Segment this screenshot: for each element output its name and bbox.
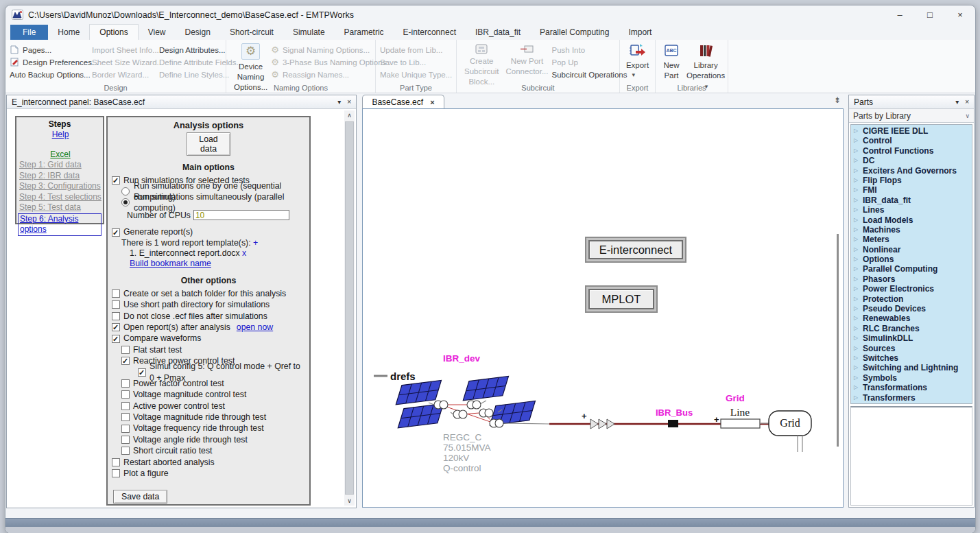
expander-icon[interactable]: ▷ <box>854 176 858 185</box>
expander-icon[interactable]: ▷ <box>854 126 858 136</box>
option-row[interactable]: Active power control test <box>121 401 305 412</box>
expander-icon[interactable]: ▷ <box>854 156 858 165</box>
sheet-size-wizard-button[interactable]: Sheet Size Wizard... <box>92 57 159 67</box>
parts-library-item[interactable]: ▷ Lines <box>851 205 972 215</box>
library-operations-button[interactable]: Library Operations ▾ <box>683 42 728 83</box>
open-now-link[interactable]: open now <box>237 322 273 333</box>
step-link[interactable]: Help <box>18 130 101 141</box>
parts-library-item[interactable]: ▷ Power Electronics <box>851 284 972 294</box>
arrow-device[interactable] <box>590 419 598 429</box>
parts-library-item[interactable]: ▷ Meters <box>851 235 972 244</box>
expander-icon[interactable]: ▷ <box>854 136 858 145</box>
new-port-connector-button[interactable]: New Port Connector... <box>503 42 552 83</box>
save-data-button[interactable]: Save data <box>113 490 167 504</box>
parts-library-item[interactable]: ▷ Load Models <box>851 215 972 225</box>
expander-icon[interactable]: ▷ <box>854 225 858 235</box>
create-subcircuit-block-button[interactable]: Create Subcircuit Block... <box>461 42 503 83</box>
option-row[interactable]: Simul config 5: Q control mode + Qref to… <box>138 367 305 378</box>
expander-icon[interactable]: ▷ <box>854 205 858 215</box>
parts-library-item[interactable]: ▷ SimulinkDLL <box>851 333 972 343</box>
panel-close-icon[interactable]: × <box>347 98 351 106</box>
save-to-lib-button[interactable]: Save to Lib... <box>380 57 452 67</box>
expander-icon[interactable]: ▷ <box>854 373 858 383</box>
panel-close-icon[interactable]: × <box>965 98 969 106</box>
parts-library-item[interactable]: ▷ Symbols <box>851 373 972 383</box>
auto-backup-options-button[interactable]: Auto Backup Options... <box>10 69 92 80</box>
solar-array[interactable] <box>461 376 511 400</box>
ribbon-tab[interactable]: Parallel Computing <box>530 25 619 40</box>
option-row[interactable]: Plot a figure <box>112 468 305 479</box>
checkbox-icon[interactable] <box>121 346 130 354</box>
option-row[interactable]: Voltage magnitude ride through test <box>121 412 305 423</box>
checkbox-icon[interactable] <box>112 335 120 343</box>
expander-icon[interactable]: ▷ <box>854 146 858 156</box>
document-tab[interactable]: BaseCase.ecf × <box>362 95 444 108</box>
ribbon-tab[interactable]: File <box>10 25 48 40</box>
option-row[interactable]: Voltage magnitude control test <box>121 389 305 400</box>
parts-filter-dropdown[interactable]: Parts by Library ∨ <box>849 109 974 123</box>
parts-library-item[interactable]: ▷ Control Functions <box>851 146 972 156</box>
device-naming-options-button[interactable]: ⚙ Device Naming Options... <box>230 42 271 83</box>
ribbon-tab[interactable]: Home <box>48 25 89 40</box>
checkbox-icon[interactable] <box>112 300 120 309</box>
expander-icon[interactable]: ▷ <box>854 284 858 294</box>
checkbox-icon[interactable] <box>121 357 130 365</box>
make-unique-type-button[interactable]: Make Unique Type... <box>380 69 452 80</box>
expander-icon[interactable]: ▷ <box>854 353 858 363</box>
import-sheet-info-button[interactable]: Import Sheet Info... <box>92 45 159 55</box>
checkbox-icon[interactable] <box>121 379 130 388</box>
scroll-down-icon[interactable]: ∨ <box>344 496 355 506</box>
parts-library-item[interactable]: ▷ Flip Flops <box>851 176 972 185</box>
ribbon-tab[interactable]: View <box>139 25 176 40</box>
option-row[interactable]: Voltage angle ride through test <box>121 434 305 445</box>
expander-icon[interactable]: ▷ <box>854 383 858 392</box>
step-link[interactable]: Excel <box>18 150 101 161</box>
generate-reports-checkbox-row[interactable]: Generate report(s) <box>112 226 305 237</box>
expander-icon[interactable]: ▷ <box>854 185 858 195</box>
add-template-button[interactable]: + <box>253 238 258 248</box>
option-row[interactable]: Short circuit ratio test <box>121 445 305 456</box>
parts-library-item[interactable]: ▷ CIGRE IEEE DLL <box>851 126 972 136</box>
expander-icon[interactable]: ▷ <box>854 363 858 372</box>
new-part-button[interactable]: ABC New Part <box>660 42 683 83</box>
minimize-button[interactable]: – <box>885 8 915 21</box>
load-data-button[interactable]: Load data <box>187 132 230 156</box>
expander-icon[interactable]: ▷ <box>854 344 858 353</box>
bus-naming-options-button[interactable]: ⚙ 3-Phase Bus Naming Options... <box>271 57 393 67</box>
expander-icon[interactable]: ▷ <box>854 235 858 244</box>
line-device[interactable] <box>721 419 760 428</box>
radio-row[interactable]: Run simulations simultaneously (parallel… <box>121 197 305 208</box>
pages-button[interactable]: Pages... <box>10 45 92 55</box>
export-button[interactable]: Export <box>624 42 651 72</box>
option-row[interactable]: Flat start test <box>121 344 305 355</box>
parts-library-item[interactable]: ▷ Parallel Computing <box>851 264 972 274</box>
parts-library-item[interactable]: ▷ DC <box>851 156 972 165</box>
checkbox-icon[interactable] <box>121 390 130 399</box>
pane-split-icon[interactable]: ⇟ <box>834 95 841 105</box>
parts-library-item[interactable]: ▷ Nonlinear <box>851 245 972 254</box>
signal-naming-options-button[interactable]: ⚙ Signal Naming Options... <box>271 45 393 55</box>
panel-scrollbar[interactable]: ∧ ∨ <box>344 110 355 506</box>
expander-icon[interactable]: ▷ <box>854 264 858 274</box>
step-link[interactable]: Step 1: Grid data <box>18 160 101 171</box>
expander-icon[interactable]: ▷ <box>854 304 858 313</box>
border-wizard-button[interactable]: Border Wizard... <box>92 69 159 80</box>
step-link[interactable]: Step 3: Configurations <box>18 181 101 192</box>
reassign-names-button[interactable]: ⚙ Reassign Names... <box>271 69 393 80</box>
checkbox-icon[interactable] <box>112 323 120 331</box>
parts-library-item[interactable]: ▷ Machines <box>851 225 972 235</box>
expander-icon[interactable]: ▷ <box>854 196 858 205</box>
expander-icon[interactable]: ▷ <box>854 245 858 254</box>
option-row[interactable]: Use short path directory for simulations <box>112 299 305 310</box>
option-row[interactable]: Restart aborted analysis <box>112 457 305 468</box>
radio-icon[interactable] <box>121 187 130 196</box>
parts-library-item[interactable]: ▷ Pseudo Devices <box>851 304 972 313</box>
ribbon-tab[interactable]: Parametric <box>335 25 394 40</box>
expander-icon[interactable]: ▷ <box>854 166 858 176</box>
cpu-count-input[interactable] <box>193 210 289 220</box>
expander-icon[interactable]: ▷ <box>854 324 858 333</box>
parts-library-item[interactable]: ▷ Sources <box>851 344 972 353</box>
step-link[interactable]: Step 2: IBR data <box>18 171 101 182</box>
maximize-button[interactable]: □ <box>915 8 945 21</box>
canvas-scrollbar-thumb[interactable] <box>837 234 839 447</box>
